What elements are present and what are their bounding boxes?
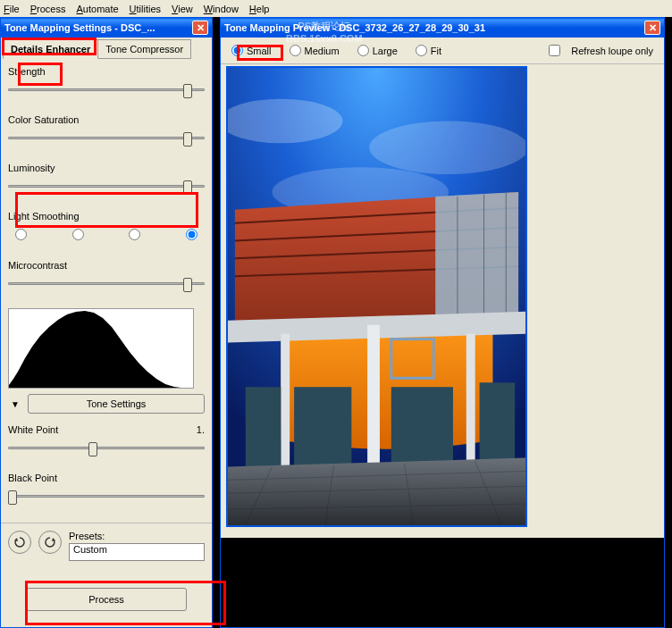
- black-point-slider[interactable]: [8, 487, 205, 505]
- black-point-control: Black Point: [8, 473, 205, 505]
- menu-automate[interactable]: Automate: [77, 4, 119, 14]
- light-smoothing-radio-4[interactable]: [186, 229, 197, 240]
- svg-rect-17: [246, 387, 281, 466]
- white-point-slider[interactable]: [8, 439, 205, 456]
- size-small-radio[interactable]: [231, 45, 243, 56]
- presets-select[interactable]: Custom: [69, 543, 205, 561]
- tone-settings-row: ▼ Tone Settings: [8, 394, 205, 414]
- size-large-label[interactable]: Large: [357, 45, 398, 56]
- color-saturation-label: Color Saturation: [8, 114, 205, 125]
- settings-titlebar[interactable]: Tone Mapping Settings - DSC_... ✕: [1, 18, 212, 38]
- process-button[interactable]: Process: [26, 588, 187, 611]
- menu-file[interactable]: FFileile: [4, 4, 20, 14]
- refresh-loupe-row: Refresh loupe only: [549, 45, 653, 56]
- light-smoothing-control: Light Smoothing: [8, 211, 205, 244]
- light-smoothing-radio-3[interactable]: [129, 229, 140, 240]
- tone-mapping-settings-window: Tone Mapping Settings - DSC_... ✕ Detail…: [0, 17, 213, 628]
- presets-box: Presets: Custom: [69, 531, 205, 561]
- menu-help[interactable]: Help: [249, 4, 270, 14]
- tab-tone-compressor[interactable]: Tone Compressor: [97, 39, 191, 59]
- svg-rect-14: [281, 334, 290, 467]
- white-point-value: 1.: [197, 424, 205, 439]
- light-smoothing-label: Light Smoothing: [8, 211, 205, 222]
- strength-control: Strength: [8, 66, 205, 98]
- luminosity-control: Luminosity: [8, 163, 205, 195]
- settings-title: Tone Mapping Settings - DSC_...: [4, 22, 192, 33]
- preview-titlebar[interactable]: Tone Mapping Preview - DSC_3732_26_27_28…: [221, 18, 664, 38]
- preview-toolbar: Small Medium Large Fit Refresh loupe onl…: [221, 38, 664, 64]
- microcontrast-control: Microcontrast: [8, 260, 205, 292]
- strength-slider[interactable]: [8, 80, 205, 98]
- size-large-radio[interactable]: [357, 45, 369, 56]
- white-point-label: White Point: [8, 424, 58, 435]
- size-fit-radio[interactable]: [416, 45, 427, 56]
- svg-rect-15: [367, 325, 380, 476]
- size-small-label[interactable]: Small: [231, 45, 272, 56]
- close-icon[interactable]: ✕: [192, 21, 208, 35]
- color-saturation-slider[interactable]: [8, 129, 205, 147]
- color-saturation-control: Color Saturation: [8, 114, 205, 147]
- tabs: Details Enhancer Tone Compressor: [1, 38, 212, 59]
- process-row: Process: [1, 581, 212, 618]
- tone-mapping-preview-window: Tone Mapping Preview - DSC_3732_26_27_28…: [220, 17, 665, 628]
- presets-label: Presets:: [69, 531, 205, 541]
- strength-label: Strength: [8, 66, 205, 77]
- preview-area: [221, 64, 664, 565]
- menu-view[interactable]: View: [172, 4, 193, 14]
- svg-point-2: [369, 121, 527, 175]
- presets-row: Presets: Custom: [1, 523, 212, 568]
- size-medium-radio[interactable]: [290, 45, 301, 56]
- svg-rect-20: [480, 382, 516, 462]
- close-icon[interactable]: ✕: [644, 21, 660, 35]
- menu-utilities[interactable]: Utilities: [130, 4, 161, 14]
- menu-process[interactable]: Process: [30, 4, 66, 14]
- redo-button[interactable]: [38, 531, 62, 554]
- black-point-label: Black Point: [8, 473, 205, 483]
- refresh-loupe-checkbox[interactable]: [549, 45, 560, 56]
- preview-title: Tone Mapping Preview - DSC_3732_26_27_28…: [224, 22, 644, 33]
- tab-details-enhancer[interactable]: Details Enhancer: [3, 39, 98, 59]
- size-fit-label[interactable]: Fit: [416, 45, 441, 56]
- histogram: [8, 308, 194, 389]
- white-point-control: White Point 1.: [8, 424, 205, 456]
- svg-rect-19: [391, 387, 453, 471]
- svg-rect-16: [466, 334, 475, 467]
- undo-button[interactable]: [8, 531, 31, 554]
- bottom-black-area: [221, 538, 664, 627]
- microcontrast-label: Microcontrast: [8, 260, 205, 271]
- luminosity-label: Luminosity: [8, 163, 205, 173]
- menu-window[interactable]: Window: [204, 4, 239, 14]
- disclosure-icon[interactable]: ▼: [8, 399, 22, 409]
- preview-image: [226, 66, 527, 527]
- light-smoothing-radios: [8, 225, 205, 244]
- microcontrast-slider[interactable]: [8, 274, 205, 292]
- tone-settings-button[interactable]: Tone Settings: [28, 394, 205, 414]
- luminosity-slider[interactable]: [8, 177, 205, 195]
- settings-panel: Strength Color Saturation Luminosity Lig…: [1, 59, 212, 576]
- light-smoothing-radio-2[interactable]: [72, 229, 84, 240]
- size-medium-label[interactable]: Medium: [290, 45, 340, 56]
- refresh-loupe-label: Refresh loupe only: [571, 46, 653, 56]
- svg-marker-21: [228, 458, 525, 525]
- menubar: FFileile Process Automate Utilities View…: [0, 0, 672, 17]
- svg-rect-18: [294, 387, 351, 471]
- light-smoothing-radio-1[interactable]: [15, 229, 27, 240]
